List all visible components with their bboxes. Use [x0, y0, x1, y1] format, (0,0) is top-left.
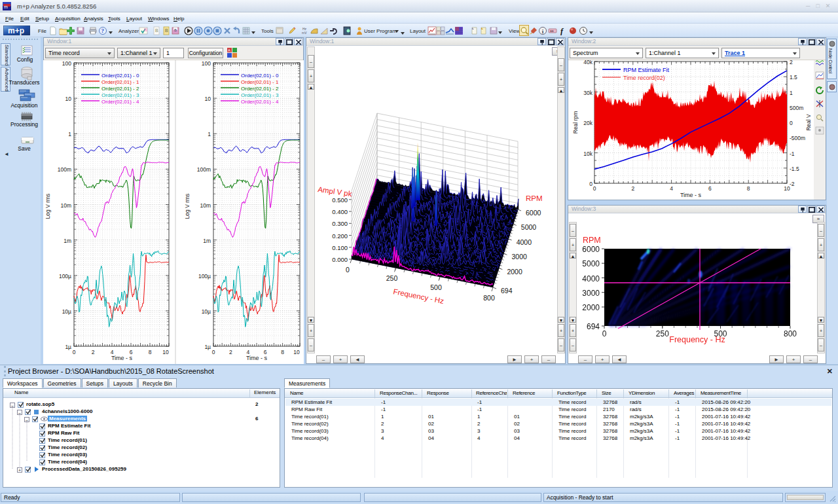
svg-text:10m: 10m: [200, 202, 211, 209]
svg-text:1m: 1m: [203, 238, 211, 244]
svg-text:2: 2: [92, 349, 95, 355]
svg-text:5000: 5000: [582, 259, 600, 268]
svg-text:10k: 10k: [583, 151, 592, 157]
svg-text:RPM Estimate Fit: RPM Estimate Fit: [623, 67, 670, 73]
svg-text:1µ: 1µ: [204, 344, 211, 350]
svg-text:800: 800: [483, 294, 495, 302]
svg-text:10µ: 10µ: [62, 308, 71, 315]
svg-text:10µ: 10µ: [202, 308, 211, 315]
svg-text:RPM: RPM: [583, 236, 601, 245]
svg-text:RPM: RPM: [526, 194, 543, 202]
svg-text:0: 0: [602, 329, 607, 338]
svg-text:10: 10: [784, 185, 790, 192]
svg-text:5000: 5000: [521, 223, 537, 231]
svg-text:1: 1: [790, 90, 793, 96]
svg-text:Order(02,01) - 3: Order(02,01) - 3: [101, 92, 139, 98]
svg-text:40k: 40k: [583, 60, 592, 65]
svg-text:500: 500: [430, 283, 442, 291]
svg-text:100m: 100m: [58, 166, 71, 173]
svg-text:Order(02,01) - 1: Order(02,01) - 1: [241, 79, 279, 85]
svg-text:Log V rms: Log V rms: [184, 194, 191, 219]
svg-text:10: 10: [205, 96, 211, 102]
svg-text:250: 250: [386, 274, 398, 282]
svg-text:Order(02,01) - 1: Order(02,01) - 1: [101, 79, 139, 85]
svg-text:100µ: 100µ: [198, 273, 211, 279]
svg-text:Order(02,01) - 4: Order(02,01) - 4: [101, 99, 139, 105]
svg-text:6: 6: [708, 185, 712, 192]
svg-text:10: 10: [65, 96, 72, 102]
svg-text:10m: 10m: [60, 202, 71, 209]
svg-text:Frequency - Hz: Frequency - Hz: [669, 335, 725, 344]
svg-text:0: 0: [346, 266, 350, 274]
svg-text:30k: 30k: [583, 90, 592, 96]
svg-text:Time - s: Time - s: [111, 355, 133, 361]
svg-text:-2: -2: [790, 181, 795, 187]
svg-text:694: 694: [587, 322, 600, 331]
svg-text:3000: 3000: [582, 289, 600, 298]
svg-text:-1.5: -1.5: [790, 166, 799, 172]
svg-text:1µ: 1µ: [65, 344, 71, 350]
svg-text:2: 2: [229, 349, 232, 355]
svg-text:2000: 2000: [507, 268, 522, 276]
svg-text:2: 2: [790, 60, 793, 65]
svg-text:250: 250: [656, 329, 669, 338]
svg-text:1: 1: [208, 131, 211, 137]
svg-text:800: 800: [784, 329, 797, 338]
svg-text:1m: 1m: [64, 238, 71, 244]
svg-text:6000: 6000: [582, 245, 600, 254]
svg-text:0: 0: [212, 349, 215, 355]
svg-text:100µ: 100µ: [59, 273, 71, 279]
svg-text:6000: 6000: [526, 209, 541, 217]
svg-text:8: 8: [747, 185, 750, 192]
svg-text:f: f: [560, 27, 564, 35]
svg-text:m: m: [4, 5, 8, 9]
svg-text:Order(02,01) - 2: Order(02,01) - 2: [241, 86, 279, 92]
svg-text:4000: 4000: [582, 274, 600, 283]
svg-text:0.500: 0.500: [332, 196, 348, 204]
svg-text:Order(02,01) - 0: Order(02,01) - 0: [241, 73, 279, 79]
svg-text:4000: 4000: [517, 238, 532, 246]
svg-text:2: 2: [631, 185, 634, 192]
svg-text:Real rpm: Real rpm: [572, 111, 579, 134]
svg-text:8: 8: [281, 349, 284, 355]
svg-text:0.000: 0.000: [332, 256, 348, 263]
svg-text:694: 694: [501, 287, 513, 295]
svg-text:100: 100: [62, 60, 71, 67]
svg-text:Time - s: Time - s: [680, 192, 702, 198]
svg-text:0.400: 0.400: [332, 208, 348, 215]
svg-text:500m: 500m: [790, 105, 803, 111]
svg-text:0: 0: [589, 181, 592, 187]
svg-text:0.300: 0.300: [332, 220, 348, 227]
svg-text:-1: -1: [790, 151, 795, 157]
svg-text:Order(02,01) - 3: Order(02,01) - 3: [241, 92, 279, 98]
svg-text:0.100: 0.100: [332, 244, 348, 251]
svg-text:10: 10: [293, 349, 300, 355]
svg-text:0.200: 0.200: [332, 232, 348, 240]
svg-text:20k: 20k: [583, 120, 592, 126]
svg-text:2000: 2000: [582, 303, 600, 312]
svg-text:0: 0: [790, 120, 793, 126]
svg-text:1.5: 1.5: [790, 74, 797, 81]
svg-text:Time - s: Time - s: [246, 355, 268, 361]
svg-text:3000: 3000: [512, 253, 528, 261]
svg-text:0: 0: [593, 185, 596, 192]
svg-text:Real V: Real V: [805, 114, 812, 131]
svg-text:Order(02,01) - 0: Order(02,01) - 0: [101, 73, 139, 79]
svg-text:-500m: -500m: [790, 135, 805, 141]
svg-text:Order(02,01) - 4: Order(02,01) - 4: [241, 99, 279, 105]
svg-text:10: 10: [162, 349, 169, 355]
svg-text:4: 4: [670, 185, 673, 192]
svg-text:Time record(02): Time record(02): [623, 75, 665, 81]
svg-text:0: 0: [73, 349, 76, 355]
svg-text:8: 8: [149, 349, 152, 355]
svg-text:Log V rms: Log V rms: [45, 194, 51, 219]
svg-text:aa: aa: [550, 29, 554, 33]
svg-text:100m: 100m: [197, 166, 211, 173]
svg-text:Order(02,01) - 2: Order(02,01) - 2: [101, 86, 139, 92]
svg-text:100: 100: [202, 60, 211, 67]
svg-text:1: 1: [68, 131, 71, 137]
